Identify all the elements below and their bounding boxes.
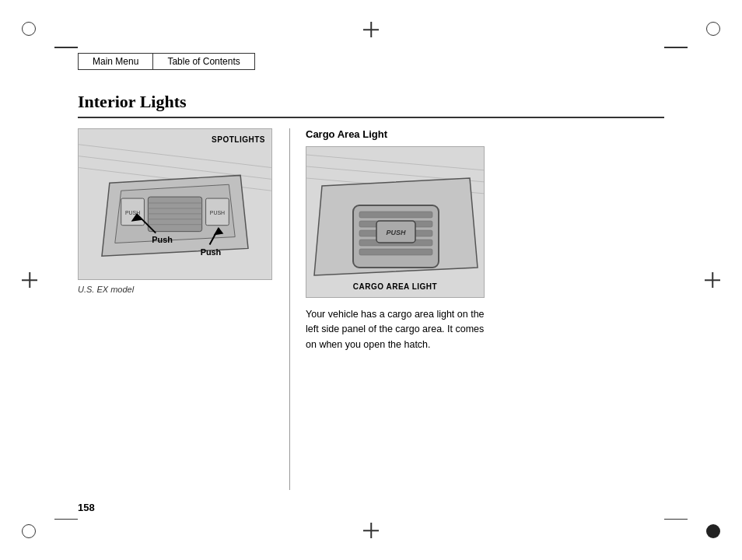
content-area: SPOTLIGHTS <box>78 128 664 490</box>
svg-text:Push: Push <box>152 235 173 244</box>
svg-text:PUSH: PUSH <box>210 210 225 215</box>
svg-rect-6 <box>148 197 201 232</box>
cargo-description: Your vehicle has a cargo area light on t… <box>306 307 485 352</box>
reg-mark-tr <box>695 22 720 47</box>
reg-mark-bl <box>22 513 47 538</box>
main-menu-button[interactable]: Main Menu <box>78 53 152 70</box>
crosshair-bottom <box>363 523 379 538</box>
svg-rect-32 <box>359 249 432 255</box>
reg-mark-br <box>695 513 720 538</box>
toc-button[interactable]: Table of Contents <box>152 53 254 70</box>
left-panel: SPOTLIGHTS <box>78 128 278 490</box>
nav-bar: Main Menu Table of Contents <box>78 53 255 70</box>
top-line-right <box>664 47 688 48</box>
page-number: 158 <box>78 502 95 513</box>
page-title: Interior Lights <box>78 92 664 118</box>
left-diagram-caption: U.S. EX model <box>78 285 278 294</box>
cargo-svg: PUSH <box>306 147 485 298</box>
cargo-diagram: PUSH CARGO AREA LIGHT <box>306 146 485 298</box>
svg-text:Push: Push <box>201 247 222 257</box>
bottom-line-left <box>54 519 78 520</box>
crosshair-top <box>363 22 379 37</box>
top-line-left <box>54 47 78 48</box>
cargo-area-title: Cargo Area Light <box>306 128 664 140</box>
svg-text:PUSH: PUSH <box>386 229 406 236</box>
svg-rect-28 <box>359 212 432 218</box>
spotlights-label: SPOTLIGHTS <box>212 135 265 144</box>
right-panel: Cargo Area Light PUS <box>290 128 664 490</box>
bottom-line-right <box>664 519 688 520</box>
cargo-label: CARGO AREA LIGHT <box>353 282 437 291</box>
spotlights-diagram: SPOTLIGHTS <box>78 128 272 280</box>
crosshair-left <box>22 272 37 288</box>
spotlights-svg: PUSH PUSH Push Push <box>79 129 271 279</box>
reg-mark-tl <box>22 22 47 47</box>
crosshair-right <box>705 272 720 288</box>
